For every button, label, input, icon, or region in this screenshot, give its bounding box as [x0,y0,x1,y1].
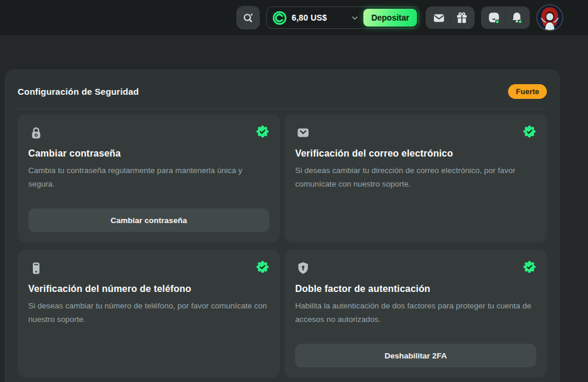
gift-icon [455,11,469,25]
disable-2fa-button[interactable]: Deshabilitar 2FA [295,344,536,367]
chat-notification-group [481,6,530,29]
topbar: 6,80 US$ Depositar [0,0,588,35]
bell-icon [510,11,524,25]
change-password-button[interactable]: Cambiar contraseña [28,208,269,232]
lock-icon [28,125,44,141]
panel-header: Configuración de Seguridad Fuerte [18,84,547,99]
divider [505,12,506,24]
mail-gift-group [426,6,475,29]
shield-icon [295,260,311,276]
user-avatar[interactable] [536,4,563,31]
verified-check-icon [256,125,269,138]
card-change-password: Cambiar contraseña Cambia tu contraseña … [18,114,280,243]
card-two-factor-auth: Doble factor de autenticación Habilita l… [285,250,547,378]
gift-button[interactable] [453,8,470,28]
card-description: Si deseas cambiar tu número de teléfono,… [28,300,269,326]
password-strength-badge: Fuerte [508,84,547,99]
card-title: Verificación del número de teléfono [28,284,269,294]
avatar-image [537,5,562,30]
card-title: Doble factor de autenticación [295,284,536,294]
chevron-down-icon[interactable] [350,14,359,22]
verified-check-icon [256,260,269,274]
security-cards-grid: Cambiar contraseña Cambia tu contraseña … [18,114,547,378]
card-title: Cambiar contraseña [28,148,269,159]
mail-button[interactable] [430,8,447,28]
balance-amount: 6,80 US$ [292,13,327,22]
divider [18,109,547,109]
card-title: Verificación del correo electrónico [295,148,536,159]
phone-icon [28,260,44,276]
verified-check-icon [523,125,536,138]
divider [450,12,450,24]
card-description: Cambia tu contraseña regularmente para m… [28,164,269,191]
card-email-verification: Verificación del correo electrónico Si d… [285,114,547,243]
card-description: Habilita la autenticación de dos factore… [295,300,536,326]
search-sparkle-icon [242,11,255,24]
deposit-button[interactable]: Depositar [363,9,417,26]
card-description: Si deseas cambiar tu dirección de correo… [295,164,536,191]
wallet-balance-selector[interactable]: 6,80 US$ Depositar [266,6,419,29]
page-title: Configuración de Seguridad [18,87,139,97]
search-button[interactable] [236,6,260,29]
coin-icon [272,11,287,25]
notifications-button[interactable] [508,8,526,28]
card-phone-verification: Verificación del número de teléfono Si d… [18,250,280,378]
chat-button[interactable] [485,8,503,28]
verified-check-icon [523,260,536,274]
envelope-icon [295,125,311,141]
chat-icon [487,11,501,25]
mail-icon [432,11,446,25]
security-settings-panel: Configuración de Seguridad Fuerte [5,69,560,382]
